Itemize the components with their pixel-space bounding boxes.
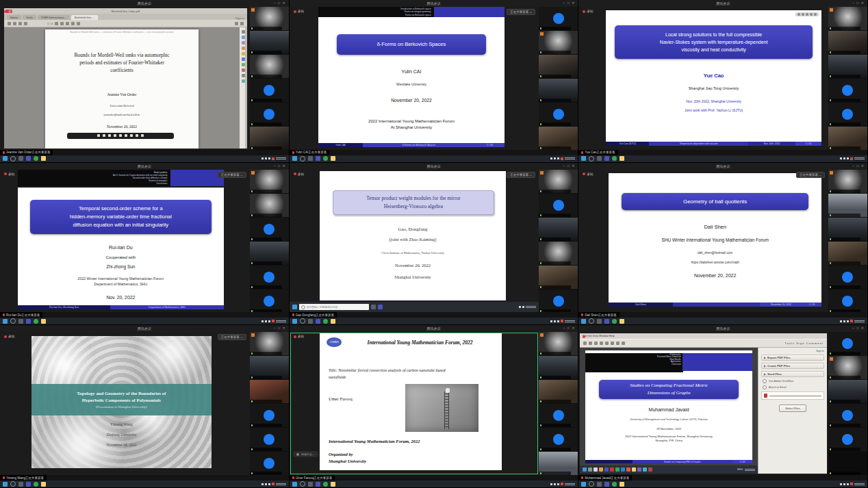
start-button-icon[interactable] xyxy=(3,482,8,487)
participant-video[interactable] xyxy=(539,127,578,150)
acrobat-menubar[interactable]: File Edit View Window Help xyxy=(580,333,827,339)
windows-taskbar[interactable] xyxy=(290,318,578,324)
radio-adobe-sendnow[interactable]: Use Adobe SendNow xyxy=(761,379,824,383)
participant-sidebar[interactable] xyxy=(828,170,867,313)
system-tray[interactable] xyxy=(840,482,865,487)
save-icon[interactable] xyxy=(589,342,592,345)
window-titlebar[interactable]: 腾讯会议 – □ ✕ xyxy=(0,163,289,170)
participant-video[interactable] xyxy=(539,7,578,30)
tab-home[interactable]: Home xyxy=(7,15,21,20)
tray-icon[interactable] xyxy=(557,483,559,485)
participant-video[interactable] xyxy=(539,242,578,265)
share-pill[interactable]: 正在共享屏幕 ⌄ xyxy=(218,334,246,340)
tray-icon[interactable] xyxy=(265,483,267,485)
teams-app-icon[interactable] xyxy=(604,319,609,324)
participant-video[interactable] xyxy=(828,452,867,475)
tray-icon[interactable] xyxy=(268,320,270,322)
meeting-app-icon[interactable] xyxy=(612,482,617,487)
start-button-icon[interactable] xyxy=(292,156,297,161)
explorer-icon[interactable] xyxy=(620,482,624,487)
explorer-icon[interactable] xyxy=(41,319,46,324)
share-pill[interactable]: 正在共享屏幕 ⌄ xyxy=(507,9,535,15)
window-titlebar[interactable]: 腾讯会议 – □ ✕ xyxy=(290,163,578,170)
taskbar-search-input[interactable]: 在这里输入你要搜索的内容 xyxy=(299,304,369,310)
meeting-app-icon[interactable] xyxy=(323,156,328,161)
task-view-icon[interactable] xyxy=(308,319,313,324)
window-titlebar[interactable]: 腾讯会议 – □ ✕ xyxy=(290,0,578,7)
pen-icon[interactable] xyxy=(60,22,64,25)
search-icon[interactable] xyxy=(24,22,27,25)
participant-video[interactable] xyxy=(539,332,578,355)
tray-icon[interactable] xyxy=(843,320,845,322)
app-icon[interactable] xyxy=(626,467,630,472)
participant-video[interactable] xyxy=(828,332,867,355)
teams-app-icon[interactable] xyxy=(316,482,320,487)
chat-input-pill[interactable]: 说点什么… xyxy=(293,451,318,457)
task-view-icon[interactable] xyxy=(18,319,23,324)
app-icon[interactable] xyxy=(621,467,625,472)
tray-icon[interactable] xyxy=(847,157,849,159)
system-tray[interactable] xyxy=(261,319,286,324)
open-icon[interactable] xyxy=(583,342,587,345)
participant-video[interactable] xyxy=(828,428,867,451)
explorer-icon[interactable] xyxy=(331,319,335,324)
start-button-icon[interactable] xyxy=(292,305,297,309)
teams-app-icon[interactable] xyxy=(26,156,31,161)
participant-video[interactable] xyxy=(539,266,578,289)
meeting-tray-icon[interactable] xyxy=(272,320,275,322)
task-view-icon[interactable] xyxy=(597,156,602,161)
explorer-icon[interactable] xyxy=(331,482,335,487)
window-titlebar[interactable]: 腾讯会议 – □ ✕ xyxy=(0,0,289,7)
participant-video[interactable] xyxy=(250,194,289,217)
participant-video[interactable] xyxy=(250,380,289,403)
taskbar-search-icon[interactable] xyxy=(300,156,305,162)
windows-taskbar[interactable] xyxy=(578,155,867,162)
participant-video[interactable] xyxy=(539,380,578,403)
highlight-icon[interactable] xyxy=(55,22,58,25)
teams-app-icon[interactable] xyxy=(26,319,31,324)
nav-icon[interactable] xyxy=(802,13,804,16)
teams-app-icon[interactable] xyxy=(316,319,320,324)
system-tray[interactable] xyxy=(840,319,865,324)
pdf-app-titlebar[interactable]: Bielefeld-Van-Order.pdf xyxy=(4,8,247,14)
meeting-tray-icon[interactable] xyxy=(272,157,275,160)
participant-video[interactable] xyxy=(250,7,289,30)
zoom-in-icon[interactable] xyxy=(622,342,625,345)
window-controls-icon[interactable]: – □ ✕ xyxy=(852,164,865,168)
participant-video[interactable] xyxy=(828,356,867,379)
app-icon[interactable] xyxy=(648,467,652,472)
participant-video[interactable] xyxy=(828,290,867,313)
floating-annotation-toolbar[interactable] xyxy=(67,133,174,139)
participant-video[interactable] xyxy=(250,290,289,313)
participant-video[interactable] xyxy=(828,79,867,102)
participant-video[interactable] xyxy=(539,452,578,475)
next-page-icon[interactable] xyxy=(611,342,614,345)
participant-video[interactable] xyxy=(539,218,578,241)
delete-icon[interactable] xyxy=(77,22,80,25)
taskbar-search-icon[interactable] xyxy=(10,481,16,487)
system-tray[interactable] xyxy=(261,482,286,487)
tray-icon[interactable] xyxy=(557,157,559,159)
app-icon[interactable] xyxy=(643,467,647,472)
task-view-icon[interactable] xyxy=(308,482,313,487)
app-icon[interactable] xyxy=(588,467,592,472)
meeting-tray-icon[interactable] xyxy=(272,483,275,485)
window-controls-icon[interactable]: – □ ✕ xyxy=(274,326,286,330)
app-icon[interactable] xyxy=(610,467,614,472)
create-pdf-section[interactable]: Create PDF Files xyxy=(761,363,824,369)
participant-video[interactable] xyxy=(828,170,867,193)
teams-app-icon[interactable] xyxy=(26,482,31,487)
app-icon[interactable] xyxy=(599,467,603,472)
participant-video[interactable] xyxy=(250,332,289,355)
cursor-icon[interactable] xyxy=(97,134,100,137)
tray-icon[interactable] xyxy=(847,320,849,322)
window-controls-icon[interactable]: – □ ✕ xyxy=(852,1,865,5)
print-icon[interactable] xyxy=(594,342,598,345)
undo-icon[interactable] xyxy=(71,22,75,25)
snapshot-icon[interactable] xyxy=(130,134,133,137)
system-tray[interactable] xyxy=(550,482,575,487)
tray-icon[interactable] xyxy=(550,320,552,322)
participant-video[interactable] xyxy=(828,266,867,289)
participant-video[interactable] xyxy=(539,404,578,427)
stamp-icon[interactable] xyxy=(66,22,69,25)
